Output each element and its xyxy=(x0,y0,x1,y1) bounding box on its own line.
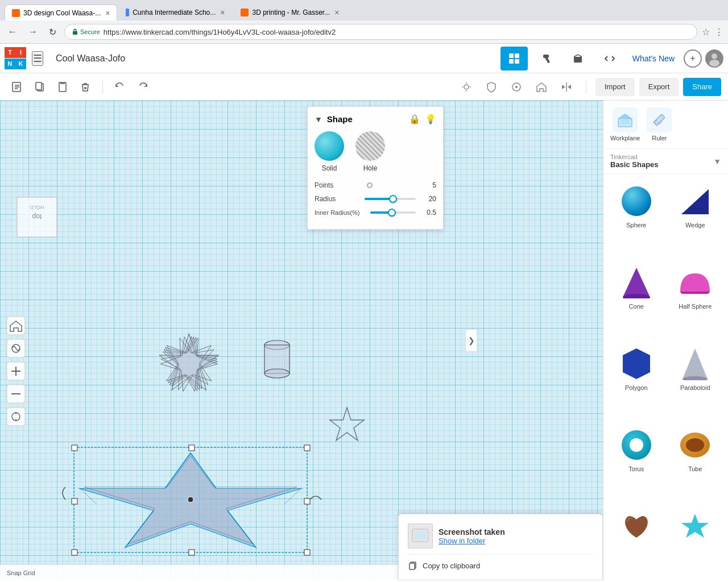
radius-track[interactable] xyxy=(365,198,416,200)
notif-main-row: Screenshot taken Show in folder xyxy=(408,523,593,548)
menu-icon[interactable]: ⋮ xyxy=(714,27,723,38)
shape-item-cone[interactable]: Cone xyxy=(608,260,665,339)
hole-type[interactable]: Hole xyxy=(355,131,385,172)
shape-item-polygon[interactable]: Polygon xyxy=(608,341,665,420)
notif-title: Screenshot taken xyxy=(439,527,593,537)
shape-item-star[interactable] xyxy=(667,504,724,576)
back-button[interactable]: ← xyxy=(5,24,20,39)
inner-radius-track[interactable] xyxy=(370,211,416,214)
copy-button[interactable] xyxy=(30,77,50,97)
paste-button[interactable] xyxy=(52,77,73,97)
copy-icon xyxy=(408,560,418,571)
undo-button[interactable] xyxy=(110,77,130,97)
new-button[interactable] xyxy=(7,77,27,97)
svg-rect-6 xyxy=(543,55,549,58)
svg-marker-83 xyxy=(681,514,709,538)
ruler-tool[interactable]: Ruler xyxy=(647,107,672,142)
tube-inner xyxy=(686,438,704,452)
svg-rect-55 xyxy=(304,498,310,504)
shield-button[interactable] xyxy=(481,77,502,97)
workplane-label: Workplane xyxy=(610,135,640,142)
sphere-name: Sphere xyxy=(626,222,646,228)
shape-item-sphere[interactable]: Sphere xyxy=(608,178,665,257)
shape-item-halfsphere[interactable]: Half Sphere xyxy=(667,260,724,339)
lock-icon[interactable]: 🔒 xyxy=(409,114,420,124)
shape-item-wedge[interactable]: Wedge xyxy=(667,178,724,257)
svg-rect-0 xyxy=(73,31,77,35)
secure-badge: Secure xyxy=(72,28,100,35)
shape-item-torus[interactable]: Torus xyxy=(608,422,665,501)
shape-item-heart[interactable] xyxy=(608,504,665,576)
menu-hamburger-button[interactable]: ☰ xyxy=(32,51,43,66)
heart-shape xyxy=(621,512,652,541)
svg-point-9 xyxy=(709,60,719,66)
tab-2-close[interactable]: × xyxy=(220,8,225,17)
tab-1[interactable]: 3D design Cool Waasa-... × xyxy=(5,5,117,20)
svg-rect-3 xyxy=(509,59,514,64)
shape-item-paraboloid[interactable]: Paraboloid xyxy=(667,341,724,420)
radius-thumb[interactable] xyxy=(389,195,397,203)
svg-rect-7 xyxy=(574,57,582,63)
objects-button[interactable] xyxy=(564,47,592,70)
radius-value: 20 xyxy=(420,195,436,203)
points-value: 5 xyxy=(420,181,436,189)
points-dot[interactable] xyxy=(367,182,373,188)
points-slider-row: Points 5 xyxy=(315,181,436,189)
collapse-sidebar-button[interactable]: ❯ xyxy=(465,329,477,352)
inner-radius-thumb[interactable] xyxy=(388,209,396,217)
bookmark-icon[interactable]: ☆ xyxy=(702,27,710,38)
svg-text:HOLD: HOLD xyxy=(30,205,44,210)
delete-button[interactable] xyxy=(75,77,96,97)
svg-point-20 xyxy=(515,86,518,88)
grid-view-button[interactable] xyxy=(500,47,528,70)
canvas-area[interactable]: top HOLD xyxy=(0,101,603,580)
svg-rect-53 xyxy=(304,445,310,451)
share-button[interactable]: Share xyxy=(683,78,721,96)
heart-thumb xyxy=(618,508,655,544)
library-dropdown-button[interactable]: ▼ xyxy=(713,157,721,166)
svg-rect-71 xyxy=(653,114,665,126)
tube-shape xyxy=(680,433,710,458)
redo-button[interactable] xyxy=(133,77,153,97)
forward-button[interactable]: → xyxy=(25,24,41,39)
show-in-folder-link[interactable]: Show in folder xyxy=(439,537,593,545)
user-avatar[interactable] xyxy=(705,49,723,68)
whats-new-button[interactable]: What's New xyxy=(628,52,679,65)
tab-1-close[interactable]: × xyxy=(105,9,110,18)
code-button[interactable] xyxy=(596,47,623,70)
browser-chrome: 3D design Cool Waasa-... × Cunha Interme… xyxy=(0,0,728,44)
circle-view-button[interactable] xyxy=(506,77,527,97)
address-input[interactable]: Secure https://www.tinkercad.com/things/… xyxy=(64,24,697,40)
import-button[interactable]: Import xyxy=(595,78,635,96)
tab-3[interactable]: 3D printing - Mr. Gasser... × xyxy=(233,5,346,20)
tab-bar: 3D design Cool Waasa-... × Cunha Interme… xyxy=(0,0,728,20)
light-button[interactable] xyxy=(456,77,477,97)
inner-radius-label: Inner Radius(%) xyxy=(315,209,366,216)
copy-to-clipboard-button[interactable]: Copy to clipboard xyxy=(423,562,480,570)
tab-2[interactable]: Cunha Intermediate Scho... × xyxy=(118,5,232,20)
mirror-button[interactable] xyxy=(556,77,577,97)
shape-item-tube[interactable]: Tube xyxy=(667,422,724,501)
shape-library-header: Tinkercad Basic Shapes ▼ xyxy=(603,149,728,174)
app-header: T I N K ☰ Cool Waasa-Jofo xyxy=(0,44,728,73)
solid-label: Solid xyxy=(322,164,337,172)
snap-grid-label: Snap Grid xyxy=(7,569,35,576)
panel-toggle-button[interactable]: ▼ xyxy=(315,115,322,124)
tube-thumb xyxy=(677,427,713,463)
ruler-icon xyxy=(647,107,672,132)
tab-3-label: 3D printing - Mr. Gasser... xyxy=(252,9,330,16)
home-view-button[interactable] xyxy=(531,77,552,97)
solid-type[interactable]: Solid xyxy=(315,131,344,172)
add-user-button[interactable]: + xyxy=(684,49,702,68)
svg-point-63 xyxy=(188,497,193,502)
tab-3-close[interactable]: × xyxy=(334,8,339,17)
reload-button[interactable]: ↻ xyxy=(46,24,60,40)
svg-rect-57 xyxy=(189,550,195,555)
notif-thumbnail xyxy=(408,523,433,548)
tools-button[interactable] xyxy=(532,47,560,70)
svg-marker-23 xyxy=(568,85,571,89)
status-bar: Snap Grid xyxy=(0,564,398,580)
bulb-icon[interactable]: 💡 xyxy=(425,114,436,124)
workplane-tool[interactable]: Workplane xyxy=(610,107,640,142)
export-button[interactable]: Export xyxy=(639,78,679,96)
